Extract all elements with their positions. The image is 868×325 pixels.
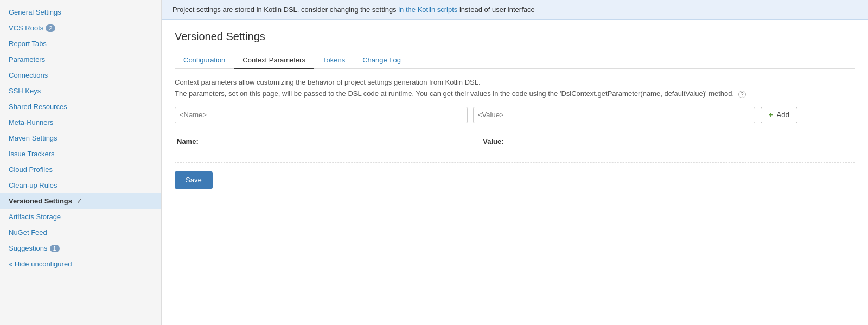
sidebar-item-label: Maven Settings (9, 134, 58, 142)
params-table: Name: Value: (175, 134, 855, 149)
page-title: Versioned Settings (175, 30, 855, 43)
sidebar-item-label: Versioned Settings (9, 197, 72, 205)
sidebar-item-label: Meta-Runners (9, 118, 53, 126)
sidebar-item-parameters[interactable]: Parameters (0, 52, 161, 67)
sidebar-item-label: Clean-up Rules (9, 181, 58, 189)
sidebar-item-cloud-profiles[interactable]: Cloud Profiles (0, 162, 161, 177)
sidebar-item-suggestions[interactable]: Suggestions1 (0, 240, 161, 256)
sidebar-item-maven-settings[interactable]: Maven Settings (0, 130, 161, 146)
sidebar-item-label: Report Tabs (9, 40, 47, 48)
help-icon[interactable]: ? (738, 91, 746, 98)
value-input[interactable] (473, 107, 755, 123)
sidebar-item-label: Suggestions (9, 244, 48, 252)
sidebar-item-label: Cloud Profiles (9, 165, 53, 174)
sidebar-item-report-tabs[interactable]: Report Tabs (0, 36, 161, 52)
sidebar-item-shared-resources[interactable]: Shared Resources (0, 99, 161, 114)
sidebar-item-versioned-settings[interactable]: Versioned Settings ✓ (0, 193, 161, 209)
sidebar-item-label: NuGet Feed (9, 228, 47, 237)
sidebar-item-meta-runners[interactable]: Meta-Runners (0, 114, 161, 130)
description1: Context parameters allow customizing the… (175, 78, 855, 86)
add-button[interactable]: + Add (761, 107, 797, 123)
tab-context-parameters[interactable]: Context Parameters (234, 52, 314, 69)
tab-tokens[interactable]: Tokens (314, 52, 354, 69)
sidebar-item-issue-trackers[interactable]: Issue Trackers (0, 146, 161, 162)
sidebar-item-nuget-feed[interactable]: NuGet Feed (0, 225, 161, 240)
info-banner: Project settings are stored in Kotlin DS… (162, 0, 868, 20)
sidebar-item-label: Issue Trackers (9, 150, 55, 158)
sidebar-item-artifacts-storage[interactable]: Artifacts Storage (0, 209, 161, 225)
sidebar-item-label: Artifacts Storage (9, 213, 61, 221)
sidebar-item-general-settings[interactable]: General Settings (0, 4, 161, 20)
name-header: Name: (175, 134, 481, 149)
add-parameter-row: + Add (175, 107, 855, 123)
name-input[interactable] (175, 107, 468, 123)
sidebar-badge: 1 (50, 245, 60, 252)
description2: The parameters, set on this page, will b… (175, 90, 855, 98)
sidebar-item-label: Connections (9, 71, 48, 79)
tabs-container: ConfigurationContext ParametersTokensCha… (175, 52, 855, 69)
hide-unconfigured[interactable]: « Hide unconfigured (0, 256, 161, 272)
main-content: Project settings are stored in Kotlin DS… (162, 0, 868, 325)
sidebar-item-label: SSH Keys (9, 87, 41, 95)
plus-icon: + (769, 111, 773, 119)
tab-configuration[interactable]: Configuration (175, 52, 234, 69)
save-section: Save (175, 162, 855, 189)
sidebar-item-label: VCS Roots (9, 24, 43, 32)
sidebar-item-label: General Settings (9, 8, 61, 16)
save-button[interactable]: Save (175, 171, 213, 189)
sidebar: General SettingsVCS Roots2Report TabsPar… (0, 0, 162, 325)
sidebar-item-connections[interactable]: Connections (0, 67, 161, 83)
action-header (787, 134, 855, 149)
sidebar-item-label: Parameters (9, 55, 45, 63)
sidebar-item-clean-up-rules[interactable]: Clean-up Rules (0, 177, 161, 193)
banner-link[interactable]: in the Kotlin scripts (398, 5, 457, 14)
sidebar-item-label: Shared Resources (9, 103, 67, 111)
tab-change-log[interactable]: Change Log (354, 52, 410, 69)
banner-text: Project settings are stored in Kotlin DS… (173, 5, 535, 14)
sidebar-item-vcs-roots[interactable]: VCS Roots2 (0, 20, 161, 36)
value-header: Value: (481, 134, 787, 149)
sidebar-item-ssh-keys[interactable]: SSH Keys (0, 83, 161, 99)
versioned-checkmark: ✓ (74, 197, 82, 205)
sidebar-badge: 2 (46, 24, 55, 32)
